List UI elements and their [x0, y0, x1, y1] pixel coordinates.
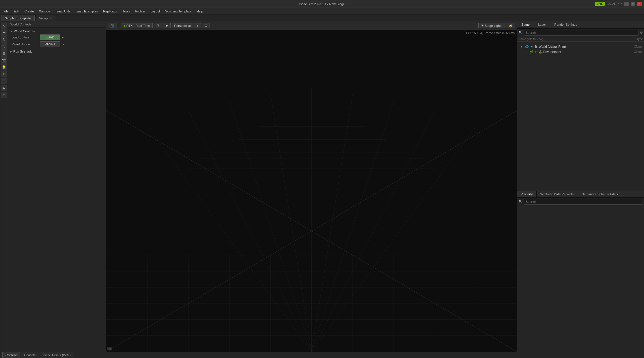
tool-transform[interactable]: ⊞	[1, 50, 7, 57]
stage-filter-icon[interactable]: ⚙	[640, 31, 643, 35]
menu-profiler[interactable]: Profiler	[133, 9, 148, 14]
tool-scale[interactable]: ⤡	[1, 43, 7, 50]
tab-semantics-schema-editor[interactable]: Semantics Schema Editor	[578, 191, 622, 197]
viewport-container: 📷 ● RTX - Real-Time ⚙ ▶ Perspective › ⊙ …	[106, 21, 517, 352]
cache-label: CACHE: ON	[606, 2, 623, 5]
fps-display: FPS: 59.94, Frame time: 16.68 ms	[466, 31, 515, 35]
unit-display: m	[107, 347, 112, 350]
menu-isaac-examples[interactable]: Isaac Examples	[73, 9, 100, 14]
world-controls-header[interactable]: ▼ World Controls	[9, 29, 105, 34]
tab-stage[interactable]: Stage	[517, 21, 534, 28]
run-scenario-label: Run Scenario	[13, 50, 33, 53]
viewport-toolbar: 📷 ● RTX - Real-Time ⚙ ▶ Perspective › ⊙ …	[106, 21, 517, 30]
live-badge: LIVE	[595, 2, 605, 6]
settings-icon: ⚙	[156, 24, 159, 27]
rtx-label: RTX - Real-Time	[126, 24, 150, 27]
tab-viewport[interactable]: Viewport	[35, 15, 55, 21]
tabbar: Scripting Template Viewport	[0, 14, 644, 21]
menu-replicator[interactable]: Replicator	[101, 9, 120, 14]
left-toolbar: ↖ ✛ ↻ ⤡ ⊞ 📷 💡 ⚛ ☰ ▶ ⊕	[0, 21, 8, 352]
run-scenario-header[interactable]: ▶ Run Scenario	[9, 49, 105, 54]
menu-help[interactable]: Help	[194, 9, 206, 14]
stage-search-input[interactable]	[524, 30, 639, 36]
menu-isaac-utils[interactable]: Isaac Utils	[53, 9, 73, 14]
world-expand-icon: ▸	[520, 44, 524, 49]
titlebar-controls: LIVE CACHE: ON ─ □ ✕	[595, 2, 642, 6]
menu-tools[interactable]: Tools	[120, 9, 132, 14]
perspective-button[interactable]: Perspective	[172, 23, 193, 28]
viewport[interactable]: FPS: 59.94, Frame time: 16.68 ms m	[106, 30, 517, 352]
stage-search-bar: 🔍 ⚙	[517, 29, 644, 37]
world-lock-icon: 🔒	[534, 45, 537, 48]
tree-header-type: Type	[636, 38, 643, 41]
close-button[interactable]: ✕	[637, 2, 642, 6]
maximize-button[interactable]: □	[631, 2, 635, 6]
world-type-icon: 🌐	[525, 44, 529, 49]
tool-physics[interactable]: ⚛	[1, 71, 7, 77]
env-type-icon: 🌿	[529, 50, 533, 54]
property-search-bar: 🔍	[517, 198, 644, 206]
tree-item-environment[interactable]: 🌿 👁 🔒 Environment Xform	[518, 49, 643, 54]
tab-console[interactable]: Console	[21, 352, 39, 358]
tree-item-world[interactable]: ▸ 🌐 👁 🔒 World (defaultPrim) Xform	[518, 44, 643, 49]
play-button[interactable]: ▶	[163, 23, 171, 28]
menubar: File Edit Create Window Isaac Utils Isaa…	[0, 8, 644, 14]
menu-edit[interactable]: Edit	[12, 9, 22, 14]
next-view-button[interactable]: ›	[195, 23, 201, 28]
stage-tree-header: Name (Old to New) Type	[517, 37, 644, 42]
property-content	[517, 206, 644, 352]
titlebar: Isaac Sim 2023.1.1 - New Stage LIVE CACH…	[0, 0, 644, 8]
tab-scripting-template[interactable]: Scripting Template	[1, 15, 35, 21]
reset-arrow[interactable]: ▸	[63, 43, 64, 46]
bottom-panel: Content Console Isaac Assets (Beta) + Im…	[0, 352, 644, 358]
viewport-settings-button[interactable]: ⚙	[154, 23, 162, 28]
env-expand-icon	[524, 50, 528, 54]
menu-scripting-template[interactable]: Scripting Template	[163, 9, 193, 14]
world-label: World (defaultPrim)	[539, 45, 633, 48]
titlebar-title: Isaac Sim 2023.1.1 - New Stage	[299, 2, 345, 6]
stage-tabs: Stage Layer Render Settings	[517, 21, 644, 29]
env-lock-icon: 🔒	[539, 50, 542, 53]
menu-layout[interactable]: Layout	[148, 9, 162, 14]
env-visibility-icon[interactable]: 👁	[535, 50, 537, 53]
reset-label: Reset Button	[12, 42, 38, 46]
options-button[interactable]: ⊙	[202, 23, 210, 28]
left-panel-header: World Controls	[8, 21, 106, 27]
stage-lights-label: Stage Lights	[485, 24, 502, 27]
menu-create[interactable]: Create	[22, 9, 36, 14]
rtx-realtime-button[interactable]: ● RTX - Real-Time	[121, 23, 153, 28]
tab-layer[interactable]: Layer	[534, 21, 550, 28]
left-panel: World Controls ▼ World Controls Load But…	[8, 21, 106, 352]
load-button[interactable]: LOAD	[40, 34, 60, 40]
perspective-label: Perspective	[174, 24, 191, 27]
tool-camera[interactable]: 📷	[1, 57, 7, 64]
camera-lock-button[interactable]: 🔒	[506, 23, 515, 28]
minimize-button[interactable]: ─	[624, 2, 629, 6]
tool-play[interactable]: ▶	[1, 85, 7, 91]
tab-property[interactable]: Property	[517, 191, 537, 197]
main-area: ↖ ✛ ↻ ⤡ ⊞ 📷 💡 ⚛ ☰ ▶ ⊕ World Controls ▼ W…	[0, 21, 644, 352]
rtx-dot-icon: ●	[124, 24, 126, 27]
world-type: Xform	[634, 45, 642, 48]
tool-layers[interactable]: ☰	[1, 78, 7, 84]
reset-button[interactable]: RESET	[40, 41, 60, 47]
property-search-input[interactable]	[524, 199, 643, 205]
camera-menu-button[interactable]: 📷	[108, 23, 117, 28]
stage-lights-button[interactable]: ☀ Stage Lights	[478, 23, 505, 28]
tab-content[interactable]: Content	[2, 352, 20, 358]
menu-file[interactable]: File	[1, 9, 11, 14]
tree-header-name: Name (Old to New)	[518, 38, 543, 41]
tool-rotate[interactable]: ↻	[1, 36, 7, 43]
tool-move[interactable]: ✛	[1, 29, 7, 36]
sun-icon: ☀	[481, 24, 484, 27]
tab-isaac-assets[interactable]: Isaac Assets (Beta)	[40, 352, 74, 358]
tool-light[interactable]: 💡	[1, 64, 7, 71]
tool-select[interactable]: ↖	[1, 23, 7, 29]
world-visibility-icon[interactable]: 👁	[530, 45, 533, 48]
load-arrow[interactable]: ▸	[62, 36, 64, 39]
tab-render-settings[interactable]: Render Settings	[550, 21, 581, 28]
tool-extra[interactable]: ⊕	[1, 92, 7, 98]
tab-synthetic-data-recorder[interactable]: Synthetic Data Recorder	[537, 191, 578, 197]
run-scenario-triangle: ▶	[10, 50, 12, 53]
menu-window[interactable]: Window	[37, 9, 53, 14]
